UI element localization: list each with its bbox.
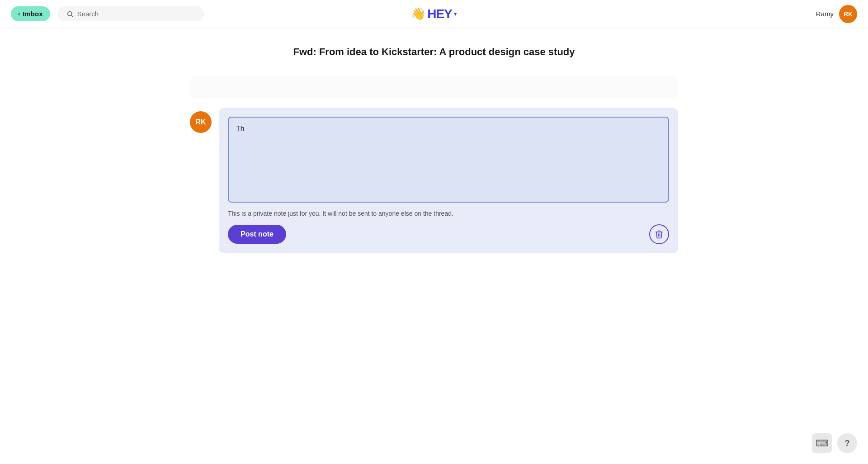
email-subject-title: Fwd: From idea to Kickstarter: A product… bbox=[0, 46, 868, 58]
hey-logo[interactable]: 👋 HEY ▾ bbox=[411, 7, 457, 21]
trash-icon bbox=[655, 230, 664, 239]
note-composer-initials: RK bbox=[195, 118, 206, 126]
header-center: 👋 HEY ▾ bbox=[411, 7, 457, 21]
note-textarea-wrapper[interactable]: Th bbox=[228, 117, 669, 203]
search-bar[interactable]: Search bbox=[57, 6, 204, 21]
note-composer: RK Th This is a private note just for yo… bbox=[190, 108, 678, 253]
search-icon bbox=[66, 10, 74, 18]
note-composer-avatar: RK bbox=[190, 111, 212, 133]
svg-line-1 bbox=[71, 15, 73, 17]
note-box: Th This is a private note just for you. … bbox=[219, 108, 678, 253]
hey-hand-icon: 👋 bbox=[411, 7, 425, 21]
user-avatar[interactable]: RK bbox=[839, 5, 857, 23]
logo-dropdown-arrow-icon: ▾ bbox=[454, 10, 457, 17]
help-icon: ? bbox=[845, 439, 850, 448]
keyboard-shortcut-button[interactable]: ⌨ bbox=[812, 433, 832, 453]
bottom-right-buttons: ⌨ ? bbox=[812, 433, 857, 453]
delete-note-button[interactable] bbox=[649, 224, 669, 244]
prev-email-preview bbox=[190, 76, 678, 99]
keyboard-icon: ⌨ bbox=[816, 438, 829, 449]
header: ‹ Imbox Search 👋 HEY ▾ Ramy RK bbox=[0, 0, 868, 28]
note-textarea[interactable]: Th bbox=[236, 125, 661, 193]
header-left: ‹ Imbox Search bbox=[11, 6, 204, 21]
imbox-button[interactable]: ‹ Imbox bbox=[11, 6, 50, 21]
help-button[interactable]: ? bbox=[837, 433, 857, 453]
note-actions: Post note bbox=[228, 224, 669, 244]
back-chevron-icon: ‹ bbox=[18, 10, 20, 17]
post-note-button[interactable]: Post note bbox=[228, 225, 286, 244]
private-note-disclaimer: This is a private note just for you. It … bbox=[228, 210, 669, 217]
user-avatar-initials: RK bbox=[844, 10, 853, 18]
header-right: Ramy RK bbox=[816, 5, 857, 23]
imbox-label: Imbox bbox=[23, 10, 42, 18]
search-placeholder-text: Search bbox=[77, 10, 99, 18]
main-content: Fwd: From idea to Kickstarter: A product… bbox=[0, 28, 868, 271]
hey-logo-text: HEY bbox=[427, 7, 452, 21]
thread-area: RK Th This is a private note just for yo… bbox=[163, 76, 705, 253]
user-name: Ramy bbox=[816, 10, 834, 18]
